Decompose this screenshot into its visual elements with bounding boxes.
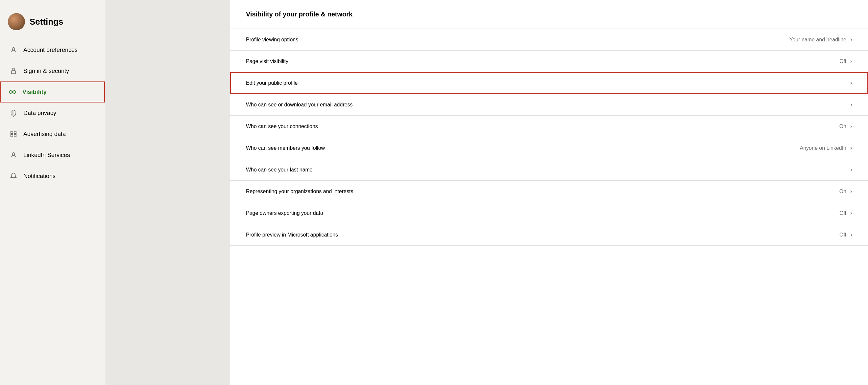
chevron-right-icon: › [850, 58, 852, 65]
svg-point-8 [12, 153, 14, 155]
chevron-right-icon: › [850, 144, 852, 151]
sidebar: Settings Account preferences [0, 0, 105, 385]
avatar [8, 13, 25, 30]
grid-icon [9, 130, 18, 139]
person-services-icon [9, 150, 18, 160]
sidebar-item-label: Sign in & security [23, 68, 69, 75]
settings-item-page-visit-visibility[interactable]: Page visit visibility Off › [230, 50, 868, 72]
settings-item-who-can-see-members[interactable]: Who can see members you follow Anyone on… [230, 137, 868, 159]
item-value: Off [839, 59, 846, 64]
chevron-right-icon: › [850, 210, 852, 216]
item-label: Who can see members you follow [246, 145, 325, 151]
eye-icon [8, 88, 17, 97]
settings-item-profile-preview-microsoft[interactable]: Profile preview in Microsoft application… [230, 224, 868, 246]
item-right: › [846, 79, 852, 86]
item-right: › [846, 166, 852, 173]
bell-icon [9, 172, 18, 181]
chevron-right-icon: › [850, 166, 852, 173]
item-right: Anyone on LinkedIn › [800, 144, 852, 151]
sidebar-title: Settings [30, 17, 63, 27]
main-content: Visibility of your profile & network Pro… [230, 0, 868, 385]
item-value: Anyone on LinkedIn [800, 145, 846, 151]
sidebar-item-label: LinkedIn Services [23, 152, 70, 159]
settings-item-representing-organizations[interactable]: Representing your organizations and inte… [230, 181, 868, 202]
item-label: Profile viewing options [246, 37, 298, 43]
chevron-right-icon: › [850, 123, 852, 130]
sidebar-nav: Account preferences Sign in & security [0, 39, 105, 186]
chevron-right-icon: › [850, 188, 852, 195]
sidebar-item-linkedin-services[interactable]: LinkedIn Services [0, 144, 105, 166]
section-title: Visibility of your profile & network [246, 10, 852, 26]
item-label: Who can see your last name [246, 167, 313, 173]
item-right: On › [839, 123, 852, 130]
item-value: On [839, 188, 846, 195]
chevron-right-icon: › [850, 79, 852, 86]
settings-item-page-owners-exporting[interactable]: Page owners exporting your data Off › [230, 202, 868, 224]
item-label: Profile preview in Microsoft application… [246, 232, 338, 238]
settings-item-who-can-see-email[interactable]: Who can see or download your email addre… [230, 94, 868, 116]
sidebar-item-label: Data privacy [23, 110, 56, 117]
settings-item-edit-public-profile[interactable]: Edit your public profile › [230, 72, 868, 94]
svg-rect-4 [11, 131, 13, 133]
svg-point-0 [12, 48, 14, 50]
item-right: Your name and headline › [789, 36, 852, 43]
svg-point-3 [11, 91, 13, 93]
item-label: Who can see your connections [246, 124, 318, 130]
item-value: Off [839, 232, 846, 238]
item-right: › [846, 101, 852, 108]
item-right: Off › [839, 231, 852, 238]
chevron-right-icon: › [850, 36, 852, 43]
nav-list: Account preferences Sign in & security [0, 39, 105, 186]
section-header: Visibility of your profile & network [230, 0, 868, 29]
item-right: On › [839, 188, 852, 195]
item-value: Your name and headline [789, 37, 846, 43]
svg-rect-5 [14, 131, 16, 133]
item-label: Page visit visibility [246, 59, 288, 64]
sidebar-item-label: Account preferences [23, 47, 78, 54]
sidebar-item-sign-in-security[interactable]: Sign in & security [0, 61, 105, 81]
settings-item-who-can-see-connections[interactable]: Who can see your connections On › [230, 116, 868, 137]
sidebar-item-data-privacy[interactable]: Data privacy [0, 103, 105, 124]
item-right: Off › [839, 58, 852, 65]
settings-item-profile-viewing-options[interactable]: Profile viewing options Your name and he… [230, 29, 868, 50]
item-label: Who can see or download your email addre… [246, 102, 353, 108]
svg-rect-6 [11, 135, 13, 137]
item-label: Page owners exporting your data [246, 210, 323, 216]
settings-list: Profile viewing options Your name and he… [230, 29, 868, 246]
sidebar-item-label: Notifications [23, 173, 56, 180]
sidebar-item-label: Visibility [22, 89, 47, 96]
chevron-right-icon: › [850, 101, 852, 108]
chevron-right-icon: › [850, 231, 852, 238]
item-label: Edit your public profile [246, 80, 298, 86]
item-label: Representing your organizations and inte… [246, 188, 353, 195]
sidebar-item-notifications[interactable]: Notifications [0, 166, 105, 186]
settings-item-who-can-see-last-name[interactable]: Who can see your last name › [230, 159, 868, 181]
middle-panel [105, 0, 230, 385]
lock-icon [9, 66, 18, 76]
sidebar-item-label: Advertising data [23, 131, 66, 138]
shield-icon [9, 108, 18, 117]
item-value: Off [839, 210, 846, 216]
person-icon [9, 45, 18, 55]
svg-rect-1 [11, 71, 16, 74]
svg-rect-7 [14, 135, 16, 137]
item-value: On [839, 124, 846, 130]
sidebar-header: Settings [0, 8, 105, 39]
sidebar-item-visibility[interactable]: Visibility [0, 81, 105, 103]
sidebar-item-advertising-data[interactable]: Advertising data [0, 124, 105, 144]
item-right: Off › [839, 210, 852, 216]
sidebar-item-account-preferences[interactable]: Account preferences [0, 39, 105, 61]
